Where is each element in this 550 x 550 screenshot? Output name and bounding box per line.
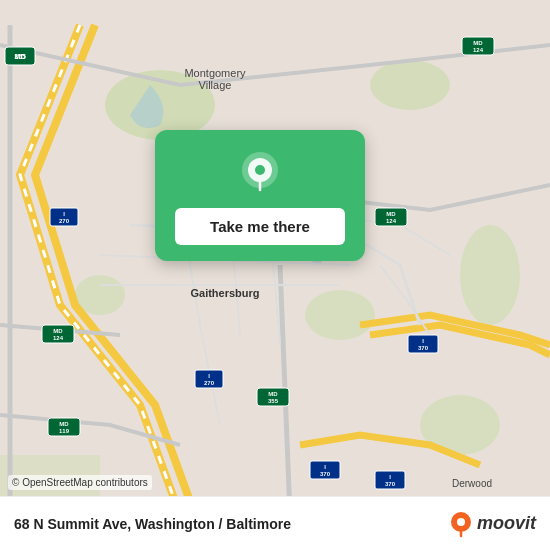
svg-text:355: 355 xyxy=(268,398,279,404)
svg-text:Derwood: Derwood xyxy=(452,478,492,489)
moovit-logo-icon xyxy=(447,510,475,538)
svg-text:370: 370 xyxy=(385,481,396,487)
svg-text:Montgomery: Montgomery xyxy=(184,67,246,79)
svg-point-48 xyxy=(457,518,465,526)
svg-text:MD: MD xyxy=(59,421,69,427)
svg-text:MD: MD xyxy=(473,40,483,46)
navigation-card: Take me there xyxy=(155,130,365,261)
svg-point-1 xyxy=(370,60,450,110)
svg-text:270: 270 xyxy=(204,380,215,386)
svg-text:119: 119 xyxy=(59,428,70,434)
svg-point-2 xyxy=(460,225,520,325)
svg-text:MD: MD xyxy=(53,328,63,334)
svg-text:124: 124 xyxy=(53,335,64,341)
svg-text:270: 270 xyxy=(59,218,70,224)
svg-text:MD: MD xyxy=(268,391,278,397)
address-label: 68 N Summit Ave, Washington / Baltimore xyxy=(14,516,447,532)
location-pin-icon xyxy=(236,148,284,196)
svg-text:Gaithersburg: Gaithersburg xyxy=(190,287,259,299)
svg-text:Village: Village xyxy=(199,79,232,91)
moovit-logo: moovit xyxy=(447,510,536,538)
bottom-bar: 68 N Summit Ave, Washington / Baltimore … xyxy=(0,496,550,550)
take-me-there-button[interactable]: Take me there xyxy=(175,208,345,245)
svg-text:370: 370 xyxy=(320,471,331,477)
map-svg: MD 355 I 270 I 270 MD 124 MD 124 MD 124 … xyxy=(0,0,550,550)
svg-text:124: 124 xyxy=(473,47,484,53)
svg-text:370: 370 xyxy=(418,345,429,351)
map-container: MD 355 I 270 I 270 MD 124 MD 124 MD 124 … xyxy=(0,0,550,550)
svg-point-46 xyxy=(255,165,265,175)
moovit-brand-name: moovit xyxy=(477,513,536,534)
svg-text:MD: MD xyxy=(386,211,396,217)
map-attribution: © OpenStreetMap contributors xyxy=(8,475,152,490)
svg-text:124: 124 xyxy=(386,218,397,224)
svg-point-4 xyxy=(305,290,375,340)
svg-text:355: 355 xyxy=(14,53,26,60)
